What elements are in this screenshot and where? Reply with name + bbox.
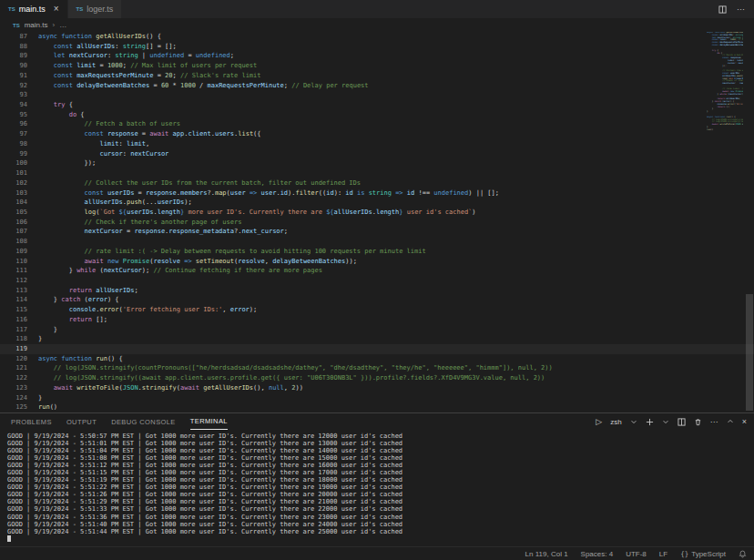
line-number[interactable]: 115 [0,305,27,315]
code-line[interactable]: 113 return allUserIDs; [0,286,754,296]
line-number[interactable]: 112 [0,276,27,286]
code-area[interactable]: 87async function getAllUserIDs() {88 con… [0,32,754,412]
line-number[interactable]: 89 [0,51,27,61]
eol-setting[interactable]: LF [659,550,667,558]
line-number[interactable]: 92 [0,81,27,91]
line-number[interactable]: 97 [0,129,27,139]
code-line[interactable]: 89 let nextCursor: string | undefined = … [0,51,754,61]
line-number[interactable]: 98 [0,139,27,149]
breadcrumb[interactable]: TS main.ts › … [0,18,754,32]
split-terminal-icon[interactable] [678,418,686,426]
tab-output[interactable]: OUTPUT [66,413,97,430]
code-line[interactable]: 109 // rate limit :( -> Delay between re… [0,247,754,257]
maximize-panel-icon[interactable] [727,418,734,425]
close-panel-icon[interactable]: × [742,417,747,426]
terminal-output[interactable]: GOOD | 9/19/2024 - 5:50:57 PM EST | Got … [0,430,754,546]
code-line[interactable]: 92 const delayBetweenBatches = 60 * 1000… [0,81,754,91]
code-editor[interactable]: 87async function getAllUserIDs() {88 con… [0,32,754,412]
line-number[interactable]: 110 [0,257,27,267]
code-line[interactable]: 106 // Check if there's another page of … [0,218,754,228]
code-line[interactable]: 121 // log(JSON.stringify(countPronouns(… [0,363,754,373]
code-line[interactable]: 120async function run() { [0,354,754,364]
line-number[interactable]: 100 [0,158,27,168]
line-number[interactable]: 120 [0,354,27,364]
line-number[interactable]: 118 [0,334,27,344]
code-line[interactable]: 122 // log(JSON.stringify((await app.cli… [0,373,754,383]
code-line[interactable]: 99 cursor: nextCursor [0,149,754,159]
code-line[interactable]: 94 try { [0,100,754,110]
split-editor-icon[interactable] [718,5,727,14]
line-number[interactable]: 119 [0,344,27,354]
line-number[interactable]: 108 [0,237,27,247]
line-number[interactable]: 111 [0,266,27,276]
line-number[interactable]: 96 [0,119,27,129]
editor-scrollbar[interactable] [745,32,754,412]
code-line[interactable]: 118} [0,334,754,344]
line-number[interactable]: 113 [0,286,27,296]
line-number[interactable]: 102 [0,178,27,188]
line-number[interactable]: 94 [0,100,27,110]
breadcrumb-symbol[interactable]: … [59,21,66,29]
tab-loger-ts[interactable]: TS loger.ts [68,0,123,18]
code-line[interactable]: 123 await writeToFile(JSON.stringify(awa… [0,383,754,393]
tab-problems[interactable]: PROBLEMS [11,413,52,430]
line-number[interactable]: 95 [0,110,27,120]
code-line[interactable]: 101 [0,168,754,178]
line-number[interactable]: 117 [0,325,27,335]
line-number[interactable]: 114 [0,295,27,305]
code-line[interactable]: 119 [0,344,754,354]
minimap[interactable]: async function getAllUserIDs() { const a… [707,32,743,412]
tab-terminal[interactable]: TERMINAL [190,413,228,430]
close-tab-icon[interactable]: × [54,5,59,14]
code-line[interactable]: 91 const maxRequestsPerMinute = 20; // S… [0,71,754,81]
line-number[interactable]: 103 [0,188,27,199]
code-line[interactable]: 102 // Collect the user IDs from the cur… [0,178,754,188]
code-line[interactable]: 116 return []; [0,315,754,325]
code-line[interactable]: 100 }); [0,158,754,168]
code-line[interactable]: 96 // Fetch a batch of users [0,119,754,129]
run-task-icon[interactable]: ▷ [596,417,602,426]
more-actions-icon[interactable]: ··· [737,5,745,14]
code-line[interactable]: 98 limit: limit, [0,139,754,149]
code-line[interactable]: 115 console.error('Error fetching user I… [0,305,754,315]
new-terminal-icon[interactable] [646,418,654,426]
line-number[interactable]: 105 [0,208,27,218]
code-line[interactable]: 125run() [0,402,754,412]
line-number[interactable]: 107 [0,227,27,237]
tab-main-ts[interactable]: TS main.ts × [0,0,68,18]
code-line[interactable]: 87async function getAllUserIDs() { [0,32,754,42]
line-number[interactable]: 106 [0,218,27,228]
line-number[interactable]: 91 [0,71,27,81]
indentation-setting[interactable]: Spaces: 4 [581,550,614,558]
chevron-down-icon[interactable] [630,418,637,425]
line-number[interactable]: 122 [0,373,27,383]
line-number[interactable]: 88 [0,42,27,52]
line-number[interactable]: 124 [0,393,27,403]
breadcrumb-file[interactable]: main.ts [25,21,48,29]
code-line[interactable]: 93 [0,90,754,100]
code-line[interactable]: 108 [0,237,754,247]
code-line[interactable]: 90 const limit = 1000; // Max limit of u… [0,61,754,71]
line-number[interactable]: 93 [0,90,27,100]
tab-debug-console[interactable]: DEBUG CONSOLE [111,413,176,430]
kill-terminal-icon[interactable] [694,418,702,426]
notifications-bell-icon[interactable] [739,550,747,558]
code-line[interactable]: 97 const response = await app.client.use… [0,129,754,139]
code-line[interactable]: 117 } [0,325,754,335]
line-number[interactable]: 116 [0,315,27,325]
line-number[interactable]: 90 [0,61,27,71]
language-mode[interactable]: {} TypeScript [680,550,726,558]
launch-profile-chevron-icon[interactable] [662,418,669,425]
line-number[interactable]: 121 [0,363,27,373]
code-line[interactable]: 104 allUserIDs.push(...userIDs); [0,198,754,208]
code-line[interactable]: 110 await new Promise(resolve => setTime… [0,257,754,267]
encoding-setting[interactable]: UTF-8 [626,550,647,558]
cursor-position[interactable]: Ln 119, Col 1 [525,550,568,558]
code-line[interactable]: 111 } while (nextCursor); // Continue fe… [0,266,754,276]
code-line[interactable]: 105 log(`Got ${userIDs.length} more user… [0,208,754,218]
line-number[interactable]: 104 [0,198,27,208]
code-line[interactable]: 95 do { [0,110,754,120]
line-number[interactable]: 101 [0,168,27,178]
line-number[interactable]: 109 [0,247,27,257]
code-line[interactable]: 88 const allUserIDs: string[] = []; [0,42,754,52]
